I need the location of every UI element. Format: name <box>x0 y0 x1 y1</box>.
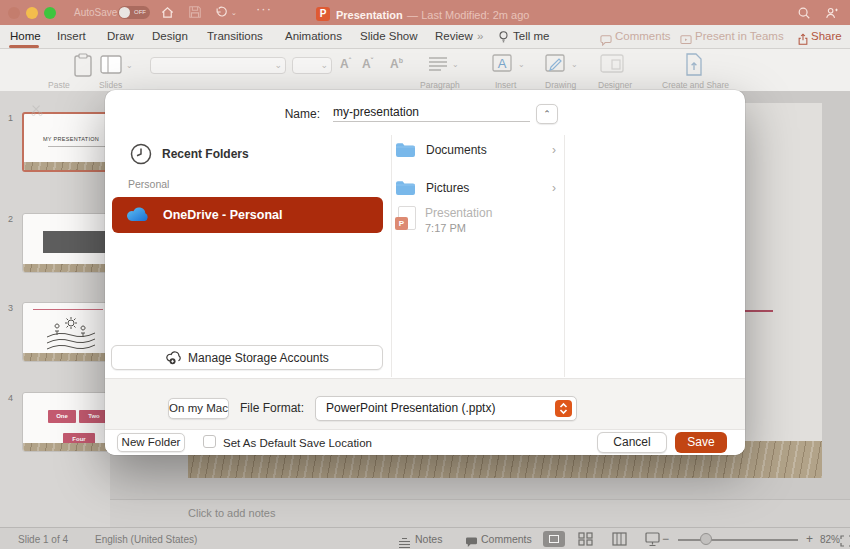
save-button[interactable]: Save <box>675 432 727 453</box>
column-divider <box>564 135 565 377</box>
insert-chevron-icon[interactable]: ⌄ <box>518 60 525 69</box>
file-row-presentation[interactable]: P Presentation 7:17 PM <box>395 206 564 234</box>
undo-chevron-icon[interactable]: ⌄ <box>231 9 237 17</box>
slides-icon[interactable] <box>100 55 122 74</box>
slide-number: 3 <box>8 303 13 313</box>
folder-row-documents[interactable]: Documents › <box>395 136 564 164</box>
tab-animations[interactable]: Animations <box>285 30 342 42</box>
zoom-in-button[interactable]: + <box>806 532 813 546</box>
normal-view-button[interactable] <box>543 531 565 547</box>
notes-toggle[interactable]: Notes <box>415 533 442 545</box>
share-people-icon[interactable] <box>824 6 839 20</box>
cancel-button[interactable]: Cancel <box>597 432 667 453</box>
format-bar: On my Mac File Format: PowerPoint Presen… <box>105 378 745 430</box>
clear-formatting-icon[interactable]: Ab <box>390 57 403 71</box>
tab-home[interactable]: Home <box>10 30 41 42</box>
manage-storage-accounts-button[interactable]: Manage Storage Accounts <box>111 345 383 370</box>
comments-toggle[interactable]: Comments <box>481 533 532 545</box>
zoom-slider-track[interactable] <box>678 539 798 541</box>
window-title: P Presentation — Last Modified: 2m ago <box>316 5 529 23</box>
font-name-combo[interactable]: ⌄ <box>150 57 286 74</box>
create-and-share-label: Create and Share <box>662 80 729 90</box>
file-format-label: File Format: <box>240 401 304 415</box>
cut-icon[interactable] <box>30 103 44 117</box>
on-my-mac-button[interactable]: On my Mac <box>168 398 229 419</box>
combo-chevron-icon: ⌄ <box>274 60 282 70</box>
undo-icon[interactable] <box>214 5 229 19</box>
designer-label: Designer <box>598 80 632 90</box>
powerpoint-app-icon: P <box>316 7 330 21</box>
tab-design[interactable]: Design <box>152 30 188 42</box>
folder-row-pictures[interactable]: Pictures › <box>395 174 564 202</box>
fit-slide-to-window-button[interactable] <box>840 533 850 549</box>
paragraph-icon[interactable] <box>428 56 448 71</box>
folder-name: Pictures <box>426 181 552 195</box>
tab-insert[interactable]: Insert <box>57 30 86 42</box>
decrease-font-icon[interactable]: Aˇ <box>362 57 373 71</box>
share-button[interactable]: Share <box>811 30 842 42</box>
filename-input[interactable] <box>333 102 530 122</box>
more-commands-icon[interactable]: ··· <box>256 1 272 16</box>
set-default-checkbox[interactable] <box>203 435 216 448</box>
titlebar: AutoSave OFF ⌄ ··· P Presentation — Last… <box>0 0 850 25</box>
notes-pane[interactable]: Click to add notes <box>110 499 850 527</box>
drawing-chevron-icon[interactable]: ⌄ <box>571 60 578 69</box>
zoom-slider-knob[interactable] <box>700 533 712 545</box>
chevron-right-icon: › <box>552 143 556 157</box>
save-icon[interactable] <box>188 5 202 19</box>
paragraph-label: Paragraph <box>420 80 460 90</box>
tab-review[interactable]: Review <box>435 30 473 42</box>
smartart-box: One <box>48 410 76 423</box>
comments-icon <box>600 32 612 50</box>
paste-icon[interactable] <box>72 53 94 78</box>
present-in-teams-button[interactable]: Present in Teams <box>695 30 784 42</box>
insert-label: Insert <box>495 80 516 90</box>
file-format-select[interactable]: PowerPoint Presentation (.pptx) <box>315 396 577 421</box>
designer-icon[interactable] <box>600 54 626 75</box>
tell-me-icon <box>497 30 510 48</box>
autosave-toggle[interactable]: OFF <box>118 6 150 19</box>
svg-text:A: A <box>498 56 507 71</box>
close-window-button[interactable] <box>8 7 20 19</box>
zoom-window-button[interactable] <box>44 7 56 19</box>
minimize-window-button[interactable] <box>26 7 38 19</box>
home-icon[interactable] <box>160 5 175 20</box>
status-bar: Slide 1 of 4 English (United States) Not… <box>0 527 850 549</box>
insert-text-icon[interactable]: A <box>492 54 516 75</box>
font-size-combo[interactable]: ⌄ <box>292 57 332 74</box>
document-title: Presentation <box>336 9 403 21</box>
tab-slide-show[interactable]: Slide Show <box>360 30 418 42</box>
tab-transitions[interactable]: Transitions <box>207 30 263 42</box>
tell-me-button[interactable]: Tell me <box>513 30 549 42</box>
drawing-icon[interactable] <box>545 54 569 75</box>
chevron-right-icon: › <box>552 181 556 195</box>
recent-folders-header: Recent Folders <box>130 143 249 165</box>
paste-label: Paste <box>48 80 70 90</box>
presenter-view-button[interactable] <box>645 532 660 549</box>
comments-button[interactable]: Comments <box>615 30 671 42</box>
tab-overflow-icon[interactable]: » <box>477 30 483 42</box>
paragraph-chevron-icon[interactable]: ⌄ <box>452 60 459 69</box>
collapse-dialog-button[interactable]: ⌃ <box>536 104 558 124</box>
slide-sorter-view-button[interactable] <box>578 532 593 549</box>
thumbnail-title-text: MY PRESENTATION <box>24 136 118 142</box>
language-indicator[interactable]: English (United States) <box>95 534 197 545</box>
dialog-footer: New Folder Set As Default Save Location … <box>105 430 745 455</box>
select-stepper-icon <box>555 400 572 417</box>
personal-section-label: Personal <box>128 178 169 190</box>
panel-divider <box>391 135 392 377</box>
zoom-percentage[interactable]: 82% <box>820 534 840 545</box>
onedrive-personal-item[interactable]: OneDrive - Personal <box>112 197 383 233</box>
tab-draw[interactable]: Draw <box>107 30 134 42</box>
increase-font-icon[interactable]: Aˆ <box>340 57 351 71</box>
create-and-share-icon[interactable] <box>683 53 705 77</box>
search-icon[interactable] <box>797 6 811 20</box>
drawing-label: Drawing <box>545 80 576 90</box>
slides-chevron-icon[interactable]: ⌄ <box>126 61 133 70</box>
zoom-out-button[interactable]: − <box>662 532 669 546</box>
clock-icon <box>130 143 152 165</box>
new-folder-button[interactable]: New Folder <box>117 433 185 452</box>
outline-view-button[interactable] <box>612 532 627 549</box>
slide-number: 4 <box>8 393 13 403</box>
normal-view-icon <box>549 535 559 543</box>
